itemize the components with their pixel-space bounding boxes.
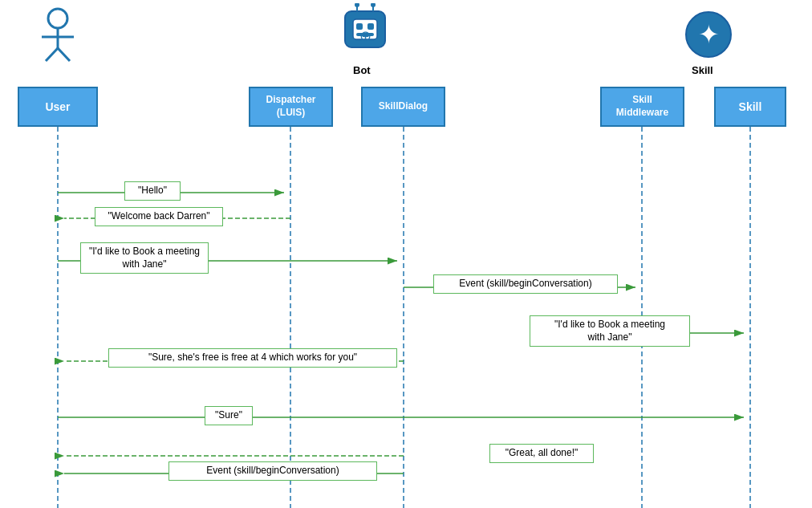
msg1-label: "Hello" [124, 181, 181, 201]
msg9-label: Event (skill/beginConversation) [168, 461, 377, 481]
sequence-diagram: ⊕ Bot ✦ Skill User Dispatcher(LUIS) Skil… [0, 0, 812, 508]
svg-line-21 [58, 48, 70, 61]
msg7-label: "Sure" [205, 406, 253, 425]
msg2-label: "Welcome back Darren" [95, 207, 223, 226]
msg4-label: Event (skill/beginConversation) [433, 274, 618, 294]
skill-label: Skill [692, 64, 713, 76]
msg6-label: "Sure, she's free is free at 4 which wor… [108, 348, 397, 368]
user-actor-icon [38, 6, 78, 66]
skillmiddleware-lifeline-box: SkillMiddleware [600, 87, 684, 127]
svg-point-30 [371, 3, 376, 7]
svg-point-17 [48, 9, 67, 28]
svg-point-28 [355, 3, 359, 7]
msg8-label: "Great, all done!" [489, 444, 594, 463]
bot-label: Bot [353, 64, 371, 76]
msg5-label: "I'd like to Book a meetingwith Jane" [530, 315, 690, 347]
skilldialog-lifeline-box: SkillDialog [361, 87, 445, 127]
svg-text:✦: ✦ [698, 20, 720, 49]
skill-lifeline-box: Skill [714, 87, 786, 127]
bot-actor-icon: ⊕ [337, 3, 393, 67]
svg-line-20 [46, 48, 58, 61]
skill-actor-icon: ✦ [680, 6, 737, 66]
svg-text:⊕: ⊕ [359, 28, 371, 44]
dispatcher-lifeline-box: Dispatcher(LUIS) [249, 87, 333, 127]
user-lifeline-box: User [18, 87, 98, 127]
msg3-label: "I'd like to Book a meetingwith Jane" [80, 242, 209, 274]
